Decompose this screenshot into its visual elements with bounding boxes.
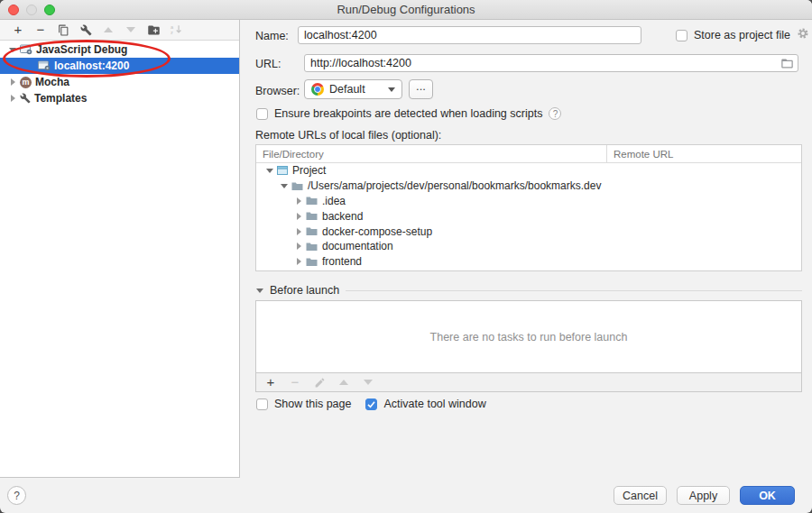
footer-options-row: Show this page Activate tool window — [256, 398, 486, 410]
before-launch-empty-message: There are no tasks to run before launch — [430, 331, 628, 344]
before-launch-title: Before launch — [270, 284, 339, 297]
configurations-toolbar: + − az — [0, 20, 239, 41]
move-task-up-icon — [337, 375, 351, 389]
edit-task-pencil-icon — [312, 375, 327, 389]
tree-item-label: localhost:4200 — [54, 60, 129, 72]
configurations-tree: JavaScript Debug localhost:4200 m Mocha … — [0, 41, 239, 106]
new-folder-icon[interactable] — [146, 23, 161, 37]
tree-item-mocha[interactable]: m Mocha — [0, 74, 239, 90]
folder-icon — [306, 242, 318, 252]
chevron-right-icon[interactable] — [293, 243, 304, 250]
ok-button[interactable]: OK — [740, 486, 795, 505]
table-row[interactable]: Project — [256, 163, 801, 179]
remove-task-icon: − — [288, 375, 302, 389]
folder-icon — [306, 226, 318, 236]
url-label: URL: — [255, 58, 281, 70]
tree-item-label: JavaScript Debug — [36, 43, 127, 56]
gear-icon[interactable] — [797, 27, 809, 43]
name-label: Name: — [255, 30, 289, 42]
table-row[interactable]: documentation — [256, 239, 801, 254]
add-task-icon[interactable]: + — [263, 375, 278, 389]
browser-dropdown[interactable]: Default — [304, 79, 402, 99]
url-field-wrapper — [304, 54, 798, 72]
tree-item-templates[interactable]: Templates — [0, 90, 239, 106]
move-task-down-icon — [361, 375, 375, 389]
chevron-down-icon[interactable] — [264, 169, 275, 173]
table-row[interactable]: .idea — [256, 194, 801, 209]
folder-icon — [306, 211, 318, 221]
store-as-project-file-label: Store as project file — [694, 29, 790, 41]
browser-more-button[interactable]: ... — [409, 79, 433, 99]
breakpoints-label: Ensure breakpoints are detected when loa… — [274, 107, 542, 120]
chevron-down-icon — [388, 87, 395, 92]
title-bar: Run/Debug Configurations — [0, 0, 812, 20]
chevron-down-icon[interactable] — [279, 184, 290, 188]
chrome-icon — [311, 83, 324, 96]
section-divider — [346, 290, 802, 291]
show-this-page-label: Show this page — [274, 398, 351, 410]
javascript-debug-config-icon — [38, 60, 51, 71]
table-header-row: File/Directory Remote URL — [256, 145, 801, 163]
column-header-remote-url[interactable]: Remote URL — [607, 145, 673, 162]
remote-urls-label: Remote URLs of local files (optional): — [255, 129, 441, 142]
breakpoints-help-icon[interactable]: ? — [549, 107, 561, 120]
browser-selected-value: Default — [329, 83, 365, 96]
column-header-file-directory[interactable]: File/Directory — [256, 145, 607, 162]
edit-defaults-wrench-icon[interactable] — [78, 23, 93, 37]
url-input[interactable] — [304, 54, 798, 72]
remove-configuration-icon[interactable]: − — [33, 23, 48, 37]
add-configuration-icon[interactable]: + — [11, 23, 25, 37]
chevron-right-icon[interactable] — [293, 197, 304, 205]
close-window-icon[interactable] — [8, 5, 19, 15]
zoom-window-icon[interactable] — [44, 5, 55, 15]
table-row[interactable]: docker-compose-setup — [256, 224, 801, 239]
tree-item-label: Templates — [34, 92, 87, 105]
chevron-right-icon[interactable] — [293, 258, 304, 265]
folder-icon — [291, 181, 303, 191]
apply-button[interactable]: Apply — [677, 486, 730, 505]
tree-item-label: Mocha — [35, 76, 69, 88]
minimize-window-icon — [26, 5, 37, 15]
breakpoints-checkbox[interactable] — [256, 108, 268, 120]
before-launch-section-header[interactable]: Before launch — [256, 284, 802, 297]
show-this-page-checkbox[interactable] — [256, 398, 268, 410]
folder-icon — [306, 257, 318, 267]
activate-tool-window-checkbox[interactable] — [365, 398, 377, 410]
remote-urls-table: File/Directory Remote URL Project /Users… — [255, 144, 802, 271]
help-button[interactable]: ? — [7, 486, 26, 505]
table-row-label: backend — [322, 210, 363, 223]
tree-item-localhost-4200[interactable]: localhost:4200 — [0, 58, 239, 74]
javascript-debug-config-icon — [20, 44, 32, 55]
chevron-right-icon[interactable] — [7, 78, 18, 86]
svg-text:z: z — [171, 30, 173, 35]
table-row[interactable]: frontend — [256, 254, 801, 270]
table-row-label: Project — [292, 164, 326, 177]
store-as-project-file-option[interactable]: Store as project file — [676, 27, 809, 43]
move-down-icon — [124, 23, 138, 37]
templates-wrench-icon — [20, 93, 31, 104]
before-launch-task-list[interactable]: There are no tasks to run before launch — [255, 300, 802, 373]
chevron-right-icon[interactable] — [293, 228, 304, 235]
chevron-down-icon[interactable] — [256, 289, 263, 293]
before-launch-toolbar: + − — [255, 373, 802, 392]
copy-configuration-icon[interactable] — [56, 23, 70, 37]
browse-file-folder-icon[interactable] — [780, 57, 794, 74]
table-row-label: /Users/ama/projects/dev/personal/bookmar… — [308, 179, 601, 192]
activate-tool-window-label: Activate tool window — [383, 398, 485, 410]
cancel-button[interactable]: Cancel — [614, 486, 667, 505]
table-row[interactable]: backend — [256, 208, 801, 224]
window-title: Run/Debug Configurations — [337, 3, 475, 16]
table-row-label: documentation — [322, 240, 393, 252]
run-debug-configurations-dialog: Run/Debug Configurations + − az — [0, 0, 812, 513]
mocha-icon: m — [20, 77, 32, 88]
chevron-right-icon[interactable] — [293, 213, 304, 220]
breakpoints-option[interactable]: Ensure breakpoints are detected when loa… — [256, 107, 561, 120]
store-as-project-file-checkbox[interactable] — [676, 30, 687, 41]
table-row[interactable]: /Users/ama/projects/dev/personal/bookmar… — [256, 179, 801, 194]
chevron-right-icon[interactable] — [7, 95, 18, 102]
chevron-down-icon[interactable] — [7, 48, 18, 52]
svg-text:a: a — [171, 24, 174, 30]
name-input[interactable] — [298, 26, 641, 44]
folder-icon — [306, 196, 318, 206]
tree-item-javascript-debug[interactable]: JavaScript Debug — [0, 41, 239, 58]
